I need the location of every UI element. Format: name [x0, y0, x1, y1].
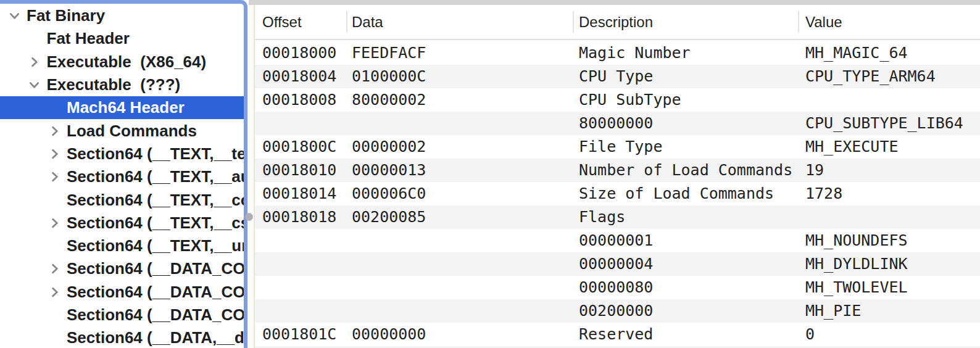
titlebar-bottom-strip	[249, 0, 980, 5]
cell-description: File Type	[573, 135, 798, 159]
sidebar-item-label: Executable (X86_64)	[47, 52, 207, 72]
sidebar-item-fat-binary[interactable]: Fat Binary	[0, 4, 244, 27]
cell-value: MH_DYLDLINK	[798, 252, 980, 276]
cell-description: Magic Number	[573, 41, 798, 65]
cell-value: 1728	[798, 182, 980, 205]
cell-offset	[255, 276, 346, 299]
sidebar-item-label: Section64 (__TEXT,__te	[67, 144, 244, 164]
table-row[interactable]: 00200000 MH_PIE	[255, 299, 980, 323]
cell-value: MH_PIE	[798, 299, 980, 323]
cell-data: 00000002	[346, 135, 573, 159]
chevron-right-icon[interactable]	[48, 170, 61, 184]
chevron-down-icon[interactable]	[28, 78, 41, 92]
machoview-window: Fat Binary Fat Header Executable (X86_64…	[0, 0, 980, 348]
column-header-value[interactable]: Value	[798, 5, 980, 39]
sidebar-item-section64-data-co[interactable]: Section64 (__DATA_CO	[0, 257, 244, 280]
table-row[interactable]: 0001800C 00000002 File Type MH_EXECUTE	[255, 135, 980, 159]
chevron-right-icon[interactable]	[48, 147, 61, 160]
cell-description: 00000001	[573, 229, 798, 252]
cell-value: MH_TWOLEVEL	[798, 276, 980, 299]
sidebar-item-section64-text-te[interactable]: Section64 (__TEXT,__te	[0, 143, 244, 165]
sidebar-item-section64-text-au[interactable]: Section64 (__TEXT,__au	[0, 165, 244, 188]
sidebar-item-mach64-header[interactable]: Mach64 Header	[0, 96, 244, 119]
cell-offset: 00018008	[255, 88, 346, 112]
chevron-right-icon[interactable]	[48, 262, 61, 276]
cell-offset: 00018000	[255, 41, 346, 65]
cell-offset	[255, 299, 346, 323]
table-row[interactable]: 00000001 MH_NOUNDEFS	[255, 229, 980, 252]
column-header-label: Value	[805, 14, 842, 31]
sidebar-item-label: Mach64 Header	[67, 98, 185, 117]
column-header-offset[interactable]: Offset	[255, 5, 346, 39]
sidebar-item-section64-data-co[interactable]: Section64 (__DATA_CO	[0, 281, 244, 304]
sidebar-item-section64-data-d[interactable]: Section64 (__DATA,__d	[0, 326, 244, 348]
cell-data	[346, 299, 573, 323]
table-row[interactable]: 00018018 00200085 Flags	[255, 205, 980, 229]
sidebar-item-label: Section64 (__DATA_CO	[67, 283, 244, 302]
table-row[interactable]: 00018014 000006C0 Size of Load Commands …	[255, 182, 980, 205]
sidebar-item-label: Section64 (__TEXT,__au	[67, 167, 244, 186]
cell-value: CPU_SUBTYPE_LIB64	[798, 112, 980, 135]
chevron-right-icon[interactable]	[48, 285, 61, 299]
cell-offset	[255, 112, 346, 135]
column-header-description[interactable]: Description	[573, 5, 798, 39]
sidebar-item-label: Section64 (__DATA_CO	[67, 305, 244, 325]
table-header-row: Offset Data Description Value	[255, 5, 980, 40]
cell-data: FEEDFACF	[346, 41, 573, 65]
cell-description: Reserved	[573, 323, 798, 346]
sidebar-item-executable[interactable]: Executable (???)	[0, 73, 244, 96]
chevron-right-icon[interactable]	[28, 55, 41, 68]
cell-description: CPU Type	[573, 65, 798, 88]
cell-value	[798, 205, 980, 229]
split-view-divider[interactable]	[247, 0, 254, 348]
cell-offset: 00018018	[255, 205, 346, 229]
table-row[interactable]: 00018008 80000002 CPU SubType	[255, 88, 980, 112]
cell-offset: 00018004	[255, 65, 346, 88]
cell-value: MH_EXECUTE	[798, 135, 980, 159]
sidebar-item-section64-text-cs[interactable]: Section64 (__TEXT,__cs	[0, 212, 244, 234]
table-row[interactable]: 00000004 MH_DYLDLINK	[255, 252, 980, 276]
cell-data: 00200085	[346, 205, 573, 229]
cell-value: 0	[798, 323, 980, 346]
sidebar-item-label: Fat Binary	[27, 6, 105, 25]
cell-description: 00000080	[573, 276, 798, 299]
sidebar-item-label: Fat Header	[47, 29, 130, 48]
cell-data: 00000013	[346, 159, 573, 182]
cell-offset: 0001800C	[255, 135, 346, 159]
chevron-down-icon[interactable]	[7, 9, 21, 23]
table-row[interactable]: 00018000 FEEDFACF Magic Number MH_MAGIC_…	[255, 41, 980, 65]
sidebar-item-section64-text-co[interactable]: Section64 (__TEXT,__co	[0, 188, 244, 211]
chevron-right-icon[interactable]	[48, 216, 61, 230]
column-header-label: Description	[579, 14, 653, 31]
column-separator	[573, 11, 574, 33]
cell-data: 0100000C	[346, 65, 573, 88]
table-row[interactable]: 0001801C 00000000 Reserved 0	[255, 323, 980, 346]
outline-sidebar: Fat Binary Fat Header Executable (X86_64…	[0, 0, 247, 348]
column-header-data[interactable]: Data	[346, 5, 573, 39]
sidebar-item-section64-data-co[interactable]: Section64 (__DATA_CO	[0, 304, 244, 326]
splitter-handle-dot[interactable]	[245, 213, 253, 221]
cell-offset: 00018014	[255, 182, 346, 205]
cell-description: 00200000	[573, 299, 798, 323]
cell-data	[346, 252, 573, 276]
sidebar-item-label: Load Commands	[67, 122, 197, 141]
sidebar-item-section64-text-un[interactable]: Section64 (__TEXT,__un	[0, 234, 244, 257]
cell-offset	[255, 229, 346, 252]
table-row[interactable]: 00018004 0100000C CPU Type CPU_TYPE_ARM6…	[255, 65, 980, 88]
table-body: 00018000 FEEDFACF Magic Number MH_MAGIC_…	[255, 41, 980, 348]
table-row[interactable]: 00000080 MH_TWOLEVEL	[255, 276, 980, 299]
cell-data	[346, 229, 573, 252]
cell-data	[346, 276, 573, 299]
sidebar-item-fat-header[interactable]: Fat Header	[0, 27, 244, 50]
sidebar-item-load-commands[interactable]: Load Commands	[0, 119, 244, 142]
table-row[interactable]: 00018010 00000013 Number of Load Command…	[255, 159, 980, 182]
chevron-right-icon[interactable]	[48, 124, 61, 138]
cell-data	[346, 112, 573, 135]
cell-value: 19	[798, 159, 980, 182]
table-row[interactable]: 80000000 CPU_SUBTYPE_LIB64	[255, 112, 980, 135]
cell-description: Size of Load Commands	[573, 182, 798, 205]
column-separator	[798, 11, 799, 33]
sidebar-item-executable-x86-64[interactable]: Executable (X86_64)	[0, 51, 244, 73]
sidebar-item-label: Section64 (__TEXT,__co	[67, 191, 244, 210]
cell-data: 00000000	[346, 323, 573, 346]
